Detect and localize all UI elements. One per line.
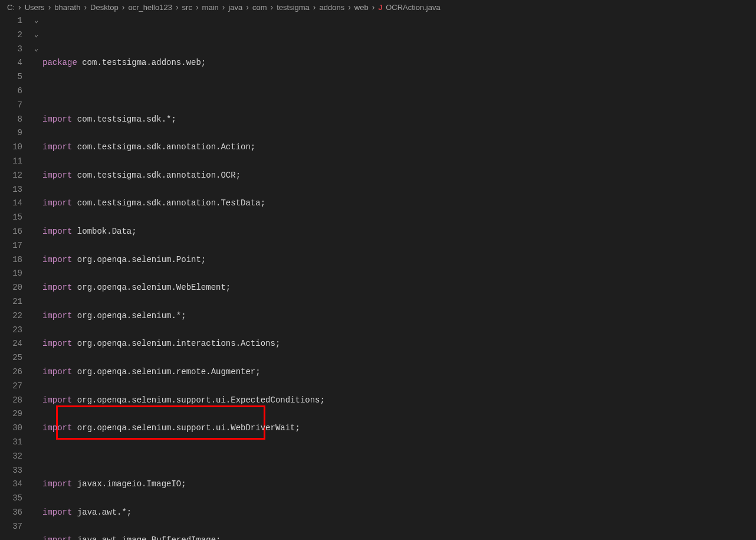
line-number: 20 bbox=[0, 281, 22, 295]
line-number: 24 bbox=[0, 337, 22, 351]
chevron-right-icon: › bbox=[271, 2, 274, 12]
code-content[interactable]: package com.testsigma.addons.web; import… bbox=[42, 14, 756, 540]
line-number: 37 bbox=[0, 520, 22, 534]
code-line[interactable]: import com.testsigma.sdk.annotation.Acti… bbox=[42, 140, 756, 155]
line-number: 4 bbox=[0, 56, 22, 70]
code-line[interactable]: import org.openqa.selenium.WebElement; bbox=[42, 281, 756, 295]
breadcrumb-item[interactable]: web bbox=[354, 3, 369, 12]
code-line[interactable]: import org.openqa.selenium.support.ui.Ex… bbox=[42, 394, 756, 408]
breadcrumb-item[interactable]: java bbox=[228, 3, 242, 12]
chevron-right-icon: › bbox=[84, 2, 87, 12]
code-line[interactable]: import java.awt.*; bbox=[42, 506, 756, 520]
fold-marker[interactable]: ⌄ bbox=[34, 42, 42, 57]
line-number: 32 bbox=[0, 450, 22, 464]
line-number: 5 bbox=[0, 70, 22, 84]
code-line[interactable]: import javax.imageio.ImageIO; bbox=[42, 477, 756, 492]
chevron-right-icon: › bbox=[196, 2, 199, 12]
line-number-gutter: 1234567891011121314151617181920212223242… bbox=[0, 14, 34, 540]
java-file-icon: J bbox=[378, 3, 382, 12]
line-number: 28 bbox=[0, 394, 22, 408]
chevron-right-icon: › bbox=[348, 2, 351, 12]
breadcrumb-item[interactable]: testsigma bbox=[277, 3, 310, 12]
breadcrumb-item[interactable]: src bbox=[182, 3, 192, 12]
breadcrumb-item[interactable]: com bbox=[252, 3, 267, 12]
code-line[interactable]: import org.openqa.selenium.remote.Augmen… bbox=[42, 365, 756, 379]
breadcrumb-item[interactable]: C: bbox=[7, 3, 15, 12]
fold-gutter: ⌄⌄⌄ bbox=[34, 14, 42, 540]
chevron-right-icon: › bbox=[48, 2, 51, 12]
code-line[interactable]: import org.openqa.selenium.Point; bbox=[42, 253, 756, 267]
breadcrumb-item[interactable]: Desktop bbox=[90, 3, 119, 12]
chevron-right-icon: › bbox=[313, 2, 316, 12]
code-line[interactable]: import com.testsigma.sdk.annotation.OCR; bbox=[42, 169, 756, 183]
code-line[interactable]: import com.testsigma.sdk.*; bbox=[42, 113, 756, 127]
breadcrumb-item[interactable]: main bbox=[202, 3, 219, 12]
code-line[interactable]: import com.testsigma.sdk.annotation.Test… bbox=[42, 197, 756, 211]
line-number: 10 bbox=[0, 140, 22, 155]
fold-marker[interactable]: ⌄ bbox=[34, 28, 42, 42]
line-number: 19 bbox=[0, 267, 22, 281]
code-line[interactable] bbox=[42, 84, 756, 99]
line-number: 30 bbox=[0, 421, 22, 436]
line-number: 35 bbox=[0, 492, 22, 506]
line-number: 2 bbox=[0, 28, 22, 42]
line-number: 7 bbox=[0, 99, 22, 113]
line-number: 9 bbox=[0, 126, 22, 140]
breadcrumb-file[interactable]: J OCRAction.java bbox=[378, 3, 440, 12]
line-number: 27 bbox=[0, 379, 22, 394]
breadcrumb-item[interactable]: bharath bbox=[54, 3, 80, 12]
line-number: 34 bbox=[0, 477, 22, 492]
line-number: 31 bbox=[0, 436, 22, 450]
code-editor[interactable]: 1234567891011121314151617181920212223242… bbox=[0, 14, 756, 540]
breadcrumb: C:› Users› bharath› Desktop› ocr_hello12… bbox=[0, 0, 756, 14]
code-line[interactable]: package com.testsigma.addons.web; bbox=[42, 56, 756, 70]
chevron-right-icon: › bbox=[246, 2, 249, 12]
code-line[interactable]: import org.openqa.selenium.interactions.… bbox=[42, 337, 756, 351]
line-number: 16 bbox=[0, 225, 22, 239]
file-name: OCRAction.java bbox=[386, 3, 440, 12]
line-number: 15 bbox=[0, 211, 22, 225]
line-number: 8 bbox=[0, 113, 22, 127]
line-number: 23 bbox=[0, 323, 22, 338]
breadcrumb-item[interactable]: Users bbox=[25, 3, 45, 12]
line-number: 17 bbox=[0, 239, 22, 253]
fold-marker[interactable]: ⌄ bbox=[34, 14, 42, 28]
breadcrumb-item[interactable]: addons bbox=[320, 3, 345, 12]
line-number: 25 bbox=[0, 351, 22, 365]
code-line[interactable]: import java.awt.image.BufferedImage; bbox=[42, 534, 756, 540]
line-number: 13 bbox=[0, 183, 22, 197]
chevron-right-icon: › bbox=[222, 2, 225, 12]
line-number: 1 bbox=[0, 14, 22, 28]
line-number: 12 bbox=[0, 169, 22, 183]
line-number: 36 bbox=[0, 506, 22, 520]
code-line[interactable]: import org.openqa.selenium.*; bbox=[42, 309, 756, 323]
breadcrumb-item[interactable]: ocr_hello123 bbox=[128, 3, 172, 12]
code-line[interactable] bbox=[42, 450, 756, 464]
line-number: 3 bbox=[0, 42, 22, 57]
line-number: 33 bbox=[0, 464, 22, 478]
chevron-right-icon: › bbox=[176, 2, 179, 12]
line-number: 22 bbox=[0, 309, 22, 323]
line-number: 21 bbox=[0, 295, 22, 309]
line-number: 29 bbox=[0, 407, 22, 421]
chevron-right-icon: › bbox=[122, 2, 125, 12]
line-number: 6 bbox=[0, 84, 22, 99]
code-line[interactable]: import lombok.Data; bbox=[42, 225, 756, 239]
code-line[interactable]: import org.openqa.selenium.support.ui.We… bbox=[42, 421, 756, 436]
chevron-right-icon: › bbox=[372, 2, 375, 12]
line-number: 18 bbox=[0, 253, 22, 267]
line-number: 26 bbox=[0, 365, 22, 379]
chevron-right-icon: › bbox=[18, 2, 21, 12]
line-number: 14 bbox=[0, 197, 22, 211]
line-number: 11 bbox=[0, 155, 22, 169]
